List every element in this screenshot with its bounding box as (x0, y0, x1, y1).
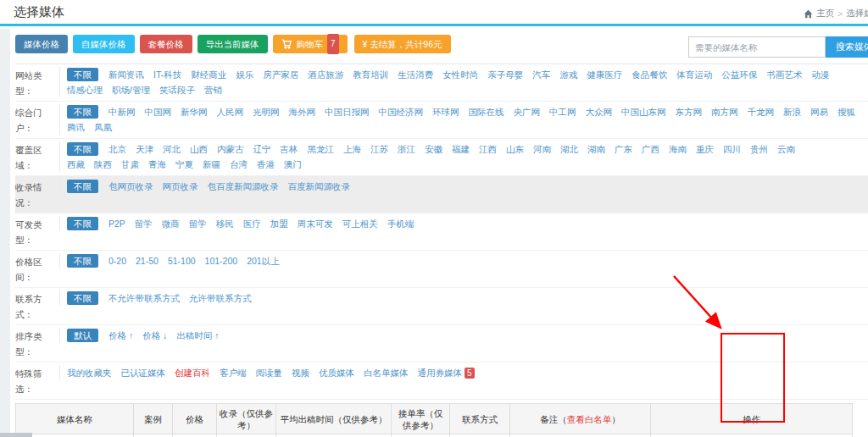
filter-option[interactable]: 山西 (190, 144, 208, 154)
filter-option[interactable]: 0-20 (108, 256, 126, 266)
filter-option[interactable]: 食品餐饮 (632, 69, 667, 80)
self-media-price-button[interactable]: 自媒体价格 (73, 35, 135, 53)
filter-option[interactable]: 我的收藏夹 (67, 368, 112, 378)
filter-option[interactable]: 中国经济网 (379, 107, 424, 117)
filter-option[interactable]: 白名单媒体 (364, 368, 409, 378)
filter-option[interactable]: 凤凰 (94, 122, 112, 132)
filter-option[interactable]: 千龙网 (748, 107, 775, 117)
filter-option[interactable]: 湖北 (560, 144, 578, 154)
filter-option[interactable]: 酒店旅游 (308, 69, 343, 80)
filter-option[interactable]: 重庆 (696, 144, 714, 154)
filter-option[interactable]: 财经商业 (191, 69, 226, 80)
filter-option[interactable]: 21-50 (136, 256, 159, 266)
filter-option[interactable]: 视频 (292, 368, 309, 378)
media-price-button[interactable]: 媒体价格 (15, 35, 68, 53)
filter-option[interactable]: 情感心理 (67, 85, 103, 95)
filter-option[interactable]: 动漫 (811, 69, 829, 80)
filter-option[interactable]: 人民网 (217, 107, 244, 117)
filter-option[interactable]: 教育培训 (353, 69, 388, 80)
export-current-media-button[interactable]: 导出当前媒体 (198, 35, 268, 53)
filter-option[interactable]: 201以上 (247, 256, 280, 266)
filter-option[interactable]: IT-科技 (153, 69, 181, 80)
filter-option[interactable]: 甘肃 (121, 159, 139, 169)
filter-option-selected[interactable]: 不限 (67, 217, 98, 230)
filter-option[interactable]: 网易 (810, 107, 828, 117)
filter-option[interactable]: 搜狐 (837, 107, 855, 117)
filter-option[interactable]: 101-200 (205, 256, 238, 266)
checkout-button[interactable]: ¥ 去结算，共计96元 (354, 35, 451, 53)
filter-option[interactable]: 陕西 (94, 159, 112, 169)
filter-option[interactable]: 价格 ↓ (142, 330, 167, 340)
filter-option[interactable]: 中国山东网 (621, 107, 666, 117)
filter-option[interactable]: 微商 (162, 218, 180, 229)
filter-option-selected[interactable]: 默认 (67, 329, 98, 342)
filter-option[interactable]: 江西 (479, 144, 497, 154)
filter-option[interactable]: 环球网 (432, 107, 459, 117)
filter-option[interactable]: 国际在线 (469, 107, 504, 117)
filter-option[interactable]: 价格 ↑ (108, 330, 133, 340)
filter-option[interactable]: 包网页收录 (108, 181, 153, 191)
filter-option[interactable]: 中国网 (145, 107, 172, 117)
filter-option[interactable]: 游戏 (559, 69, 577, 80)
filter-option[interactable]: 健康医疗 (587, 69, 622, 80)
filter-option[interactable]: 光明网 (253, 107, 280, 117)
filter-option[interactable]: 医疗 (243, 218, 261, 229)
filter-option[interactable]: 加盟 (270, 218, 288, 229)
filter-option[interactable]: 房产家居 (263, 69, 298, 80)
filter-option[interactable]: 青海 (148, 159, 166, 169)
filter-option-selected[interactable]: 不限 (67, 254, 98, 268)
filter-option[interactable]: 新闻资讯 (108, 69, 144, 80)
filter-option-selected[interactable]: 不限 (67, 105, 98, 119)
filter-option[interactable]: 广西 (642, 144, 659, 154)
filter-option-selected[interactable]: 不限 (67, 68, 98, 81)
filter-option[interactable]: 天津 (136, 144, 153, 154)
cart-button[interactable]: 购物车 7 (273, 35, 348, 53)
search-button[interactable]: 搜索媒体 (826, 36, 868, 58)
filter-option[interactable]: 汽车 (532, 69, 550, 80)
filter-option[interactable]: 云南 (777, 144, 795, 154)
filter-option[interactable]: 西藏 (67, 159, 85, 169)
filter-option[interactable]: 营销 (204, 85, 222, 95)
filter-option[interactable]: 阅读量 (256, 368, 283, 378)
filter-option[interactable]: 黑龙江 (308, 144, 335, 154)
filter-option[interactable]: 吉林 (281, 144, 298, 154)
filter-option[interactable]: 通用券媒体5 (418, 368, 475, 378)
filter-option[interactable]: 中新网 (108, 107, 136, 117)
filter-option[interactable]: 辽宁 (253, 144, 271, 154)
filter-option[interactable]: 优质媒体 (319, 368, 354, 378)
filter-option[interactable]: 手机端 (387, 218, 415, 229)
filter-option[interactable]: 安徽 (425, 144, 442, 154)
filter-option[interactable]: 台湾 (230, 159, 248, 169)
filter-option[interactable]: 职场/管理 (112, 85, 150, 95)
filter-option[interactable]: 已认证媒体 (121, 368, 166, 378)
filter-option[interactable]: 河南 (533, 144, 551, 154)
filter-option[interactable]: 河北 (163, 144, 181, 154)
filter-option[interactable]: 移民 (216, 218, 234, 229)
filter-option[interactable]: 浙江 (398, 144, 415, 154)
filter-option[interactable]: 南方网 (711, 107, 738, 117)
filter-option[interactable]: 山东 (506, 144, 524, 154)
filter-option-selected[interactable]: 不限 (67, 142, 98, 156)
filter-option[interactable]: 51-100 (168, 256, 196, 266)
filter-option[interactable]: 澳门 (284, 159, 302, 169)
filter-option[interactable]: 新华网 (181, 107, 208, 117)
filter-option[interactable]: 体育运动 (676, 69, 712, 80)
filter-option[interactable]: 广东 (615, 144, 632, 154)
breadcrumb-home[interactable]: 主页 (816, 8, 834, 19)
filter-option[interactable]: 大众网 (586, 107, 613, 117)
filter-option-selected[interactable]: 不限 (67, 291, 98, 305)
filter-option[interactable]: 香港 (257, 159, 275, 169)
search-input[interactable] (688, 36, 826, 58)
filter-option[interactable]: 东方网 (676, 107, 703, 117)
filter-option[interactable]: P2P (108, 218, 125, 229)
filter-option[interactable]: 生活消费 (398, 69, 433, 80)
filter-option[interactable]: 书画艺术 (766, 69, 802, 80)
filter-option[interactable]: 周末可发 (298, 218, 333, 229)
filter-option[interactable]: 女性时尚 (442, 69, 478, 80)
filter-option[interactable]: 百度新闻源收录 (288, 181, 351, 191)
filter-option[interactable]: 网页收录 (163, 181, 198, 191)
filter-option[interactable]: 新浪 (783, 107, 801, 117)
filter-option[interactable]: 海外网 (289, 107, 316, 117)
filter-option[interactable]: 不允许带联系方式 (108, 293, 180, 303)
filter-option[interactable]: 中国日报网 (325, 107, 370, 117)
